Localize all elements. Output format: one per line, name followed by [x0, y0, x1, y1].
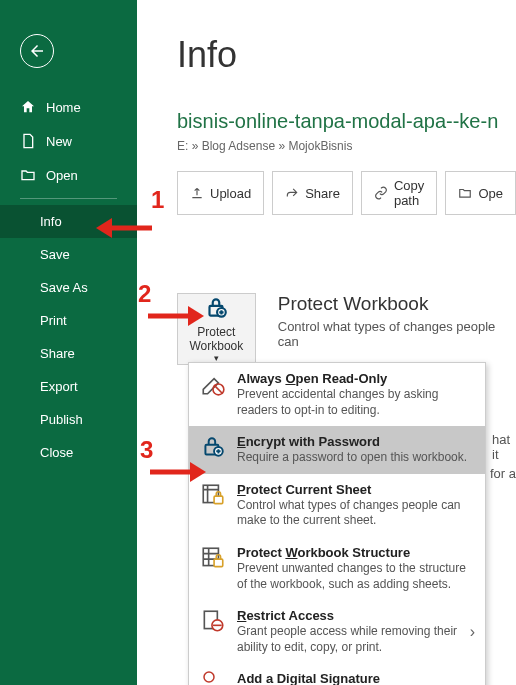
link-icon — [374, 186, 388, 200]
nav-close-label: Close — [40, 445, 73, 460]
nav-close[interactable]: Close — [0, 436, 137, 469]
menu-title-restrict: Restrict Access — [237, 608, 460, 623]
signature-icon — [199, 671, 227, 685]
arrow-left-icon — [28, 42, 46, 60]
share-label: Share — [305, 186, 340, 201]
open-location-label: Ope — [478, 186, 503, 201]
nav-share-label: Share — [40, 346, 75, 361]
nav-home-label: Home — [46, 100, 81, 115]
readonly-icon — [199, 371, 227, 399]
new-icon — [20, 133, 36, 149]
menu-desc-restrict: Grant people access while removing their… — [237, 624, 460, 655]
open-icon — [20, 167, 36, 183]
share-button[interactable]: Share — [272, 171, 353, 215]
menu-item-digital-signature[interactable]: Add a Digital Signature — [189, 663, 485, 685]
nav-saveas[interactable]: Save As — [0, 271, 137, 304]
menu-item-restrict-access[interactable]: Restrict Access Grant people access whil… — [189, 600, 485, 663]
menu-title-signature: Add a Digital Signature — [237, 671, 475, 685]
document-title: bisnis-online-tanpa-modal-apa--ke-n — [177, 110, 516, 133]
open-location-button[interactable]: Ope — [445, 171, 516, 215]
nav-publish[interactable]: Publish — [0, 403, 137, 436]
protect-sheet-icon — [199, 482, 227, 510]
menu-title-protect-sheet: Protect Current Sheet — [237, 482, 475, 497]
menu-title-encrypt: Encrypt with Password — [237, 434, 475, 449]
clipped-text-hat: hat it — [492, 432, 516, 462]
menu-title-readonly: Always Open Read-Only — [237, 371, 475, 386]
svg-rect-6 — [214, 496, 223, 504]
nav-print[interactable]: Print — [0, 304, 137, 337]
protect-heading: Protect Workbook — [278, 293, 516, 315]
copy-path-label: Copy path — [394, 178, 425, 208]
menu-desc-readonly: Prevent accidental changes by asking rea… — [237, 387, 475, 418]
lock-shield-icon — [203, 295, 229, 321]
menu-item-protect-sheet[interactable]: Protect Current Sheet Control what types… — [189, 474, 485, 537]
breadcrumb: E: » Blog Adsense » MojokBisnis — [177, 139, 516, 153]
svg-rect-8 — [214, 559, 223, 567]
nav-info[interactable]: Info — [0, 205, 137, 238]
nav-new-label: New — [46, 134, 72, 149]
nav-export-label: Export — [40, 379, 78, 394]
nav-save[interactable]: Save — [0, 238, 137, 271]
backstage-sidebar: Home New Open Info Save Save As Print Sh… — [0, 0, 137, 685]
nav-open-label: Open — [46, 168, 78, 183]
menu-desc-protect-sheet: Control what types of changes people can… — [237, 498, 475, 529]
share-icon — [285, 186, 299, 200]
nav-saveas-label: Save As — [40, 280, 88, 295]
nav-share[interactable]: Share — [0, 337, 137, 370]
folder-icon — [458, 186, 472, 200]
protect-workbook-menu: Always Open Read-Only Prevent accidental… — [188, 362, 486, 685]
menu-desc-protect-structure: Prevent unwanted changes to the structur… — [237, 561, 475, 592]
nav-home[interactable]: Home — [0, 90, 137, 124]
menu-title-protect-structure: Protect Workbook Structure — [237, 545, 475, 560]
upload-button[interactable]: Upload — [177, 171, 264, 215]
back-button[interactable] — [20, 34, 54, 68]
home-icon — [20, 99, 36, 115]
svg-point-11 — [204, 672, 214, 682]
protect-workbook-label: Protect Workbook — [178, 325, 255, 353]
nav-publish-label: Publish — [40, 412, 83, 427]
nav-save-label: Save — [40, 247, 70, 262]
nav-info-label: Info — [40, 214, 62, 229]
chevron-right-icon: › — [470, 623, 475, 641]
menu-item-readonly[interactable]: Always Open Read-Only Prevent accidental… — [189, 363, 485, 426]
upload-label: Upload — [210, 186, 251, 201]
action-button-row: Upload Share Copy path Ope — [177, 171, 516, 215]
menu-item-encrypt[interactable]: Encrypt with Password Require a password… — [189, 426, 485, 474]
clipped-text-fora: for a — [490, 466, 516, 481]
copy-path-button[interactable]: Copy path — [361, 171, 438, 215]
menu-item-protect-structure[interactable]: Protect Workbook Structure Prevent unwan… — [189, 537, 485, 600]
upload-icon — [190, 186, 204, 200]
menu-desc-encrypt: Require a password to open this workbook… — [237, 450, 475, 466]
nav-export[interactable]: Export — [0, 370, 137, 403]
nav-print-label: Print — [40, 313, 67, 328]
protect-workbook-button[interactable]: Protect Workbook ▾ — [177, 293, 256, 365]
protect-description: Control what types of changes people can — [278, 319, 516, 349]
protect-structure-icon — [199, 545, 227, 573]
page-title: Info — [177, 34, 516, 76]
encrypt-icon — [199, 434, 227, 462]
nav-separator — [20, 198, 117, 199]
nav-new[interactable]: New — [0, 124, 137, 158]
nav-open[interactable]: Open — [0, 158, 137, 192]
restrict-icon — [199, 608, 227, 636]
